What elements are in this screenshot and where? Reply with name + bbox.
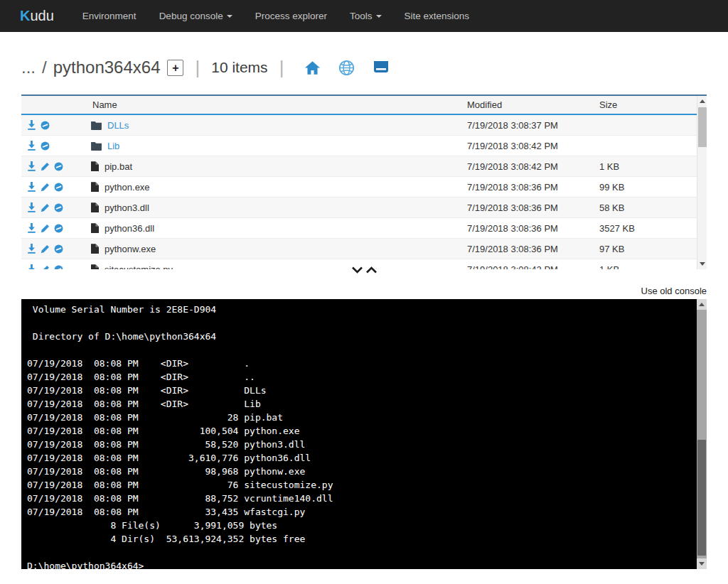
- console-resizer: [0, 264, 728, 276]
- folder-name-link[interactable]: DLLs: [107, 120, 129, 131]
- delete-icon[interactable]: [41, 121, 50, 130]
- chevron-down-icon[interactable]: [351, 266, 363, 274]
- scroll-up-icon[interactable]: [697, 96, 707, 107]
- file-browser-table: Name Modified Size DLLs 7/19/2018 3:08:3…: [21, 94, 707, 269]
- delete-icon[interactable]: [54, 162, 63, 171]
- top-navbar: Kudu Environment Debug console Process e…: [0, 0, 728, 32]
- download-zip-icon[interactable]: [373, 61, 389, 75]
- edit-icon[interactable]: [41, 183, 50, 192]
- size-cell: 58 KB: [599, 202, 695, 213]
- nav-label: Debug console: [159, 11, 223, 21]
- name-column-header: Name: [91, 99, 467, 110]
- file-table-body: DLLs 7/19/2018 3:08:37 PM Lib 7/19/2018 …: [21, 115, 707, 269]
- modified-column-header: Modified: [467, 99, 599, 110]
- edit-icon[interactable]: [41, 162, 50, 171]
- edit-icon[interactable]: [41, 244, 50, 254]
- divider: |: [195, 57, 200, 79]
- nav-label: Environment: [82, 11, 136, 21]
- table-row: DLLs 7/19/2018 3:08:37 PM: [21, 115, 707, 136]
- modified-cell: 7/19/2018 3:08:37 PM: [467, 120, 599, 131]
- modified-cell: 7/19/2018 3:08:42 PM: [467, 161, 599, 172]
- chevron-down-icon: [376, 15, 382, 18]
- table-row: python3.dll 7/19/2018 3:08:36 PM 58 KB: [21, 198, 707, 218]
- delete-icon[interactable]: [54, 244, 63, 254]
- console-output[interactable]: Volume Serial Number is 2E8E-D904 Direct…: [21, 299, 707, 569]
- modified-cell: 7/19/2018 3:08:42 PM: [467, 141, 599, 151]
- chevron-up-icon[interactable]: [365, 266, 378, 274]
- file-icon: [91, 202, 99, 212]
- breadcrumb-shortcuts: [305, 60, 389, 76]
- file-icon: [91, 244, 99, 254]
- row-actions: [21, 141, 91, 151]
- delete-icon[interactable]: [54, 183, 63, 192]
- name-cell: pip.bat: [91, 161, 467, 172]
- delete-icon[interactable]: [54, 224, 63, 233]
- download-icon[interactable]: [27, 161, 36, 171]
- file-name-text[interactable]: pythonw.exe: [105, 244, 156, 254]
- table-row: python36.dll 7/19/2018 3:08:36 PM 3527 K…: [21, 218, 707, 239]
- breadcrumb-up-link[interactable]: ...: [21, 58, 36, 77]
- nav-item-tools[interactable]: Tools: [338, 0, 393, 32]
- folder-icon: [91, 141, 102, 151]
- file-name-text[interactable]: pip.bat: [105, 161, 132, 172]
- chevron-down-icon: [227, 15, 232, 18]
- console-scrollbar-thumb[interactable]: [697, 440, 706, 556]
- download-icon[interactable]: [27, 182, 36, 192]
- home-icon[interactable]: [305, 61, 320, 75]
- download-icon[interactable]: [27, 141, 36, 151]
- download-icon[interactable]: [27, 120, 36, 130]
- table-row: python.exe 7/19/2018 3:08:36 PM 99 KB: [21, 177, 707, 198]
- kudu-logo[interactable]: Kudu: [20, 8, 54, 24]
- row-actions: [21, 202, 91, 212]
- file-name-text[interactable]: python36.dll: [105, 223, 154, 234]
- brand-k: K: [20, 8, 30, 23]
- brand-rest: udu: [30, 8, 53, 23]
- download-icon[interactable]: [27, 223, 36, 233]
- name-cell: DLLs: [91, 120, 467, 131]
- size-column-header: Size: [599, 99, 695, 110]
- row-actions: [21, 182, 91, 192]
- debug-console[interactable]: Volume Serial Number is 2E8E-D904 Direct…: [21, 299, 707, 569]
- edit-icon[interactable]: [41, 203, 50, 212]
- row-actions: [21, 244, 91, 254]
- new-item-button[interactable]: +: [167, 60, 183, 76]
- download-icon[interactable]: [27, 202, 36, 212]
- scroll-down-icon[interactable]: [697, 558, 707, 569]
- console-scrollbar[interactable]: [697, 299, 707, 569]
- modified-cell: 7/19/2018 3:08:36 PM: [467, 244, 599, 254]
- download-icon[interactable]: [27, 244, 36, 254]
- nav-item-site-extensions[interactable]: Site extensions: [393, 0, 481, 32]
- modified-cell: 7/19/2018 3:08:36 PM: [467, 223, 599, 234]
- delete-icon[interactable]: [54, 203, 63, 212]
- nav-item-environment[interactable]: Environment: [71, 0, 148, 32]
- file-icon: [91, 161, 99, 171]
- size-cell: 99 KB: [599, 182, 695, 193]
- edit-icon[interactable]: [41, 224, 50, 233]
- nav-item-process-explorer[interactable]: Process explorer: [244, 0, 338, 32]
- file-name-text[interactable]: python3.dll: [105, 202, 149, 213]
- divider: |: [279, 57, 284, 79]
- row-actions: [21, 161, 91, 171]
- table-scrollbar-thumb[interactable]: [698, 107, 707, 147]
- globe-icon[interactable]: [338, 60, 355, 76]
- size-cell: 3527 KB: [599, 223, 695, 234]
- modified-cell: 7/19/2018 3:08:36 PM: [467, 202, 599, 213]
- delete-icon[interactable]: [41, 141, 50, 151]
- file-icon: [91, 182, 99, 192]
- table-row: pythonw.exe 7/19/2018 3:08:36 PM 97 KB: [21, 239, 707, 259]
- nav-label: Process explorer: [255, 11, 327, 21]
- table-scrollbar[interactable]: [697, 96, 707, 269]
- folder-name-link[interactable]: Lib: [107, 141, 119, 151]
- file-name-text[interactable]: python.exe: [105, 182, 150, 193]
- item-count: 10 items: [211, 59, 267, 76]
- nav-item-debug-console[interactable]: Debug console: [148, 0, 244, 32]
- file-icon: [91, 223, 99, 233]
- name-cell: python.exe: [91, 182, 467, 193]
- name-cell: pythonw.exe: [91, 244, 467, 254]
- scroll-up-icon[interactable]: [697, 299, 707, 310]
- breadcrumb-current-folder: python364x64: [53, 58, 161, 77]
- use-old-console-link[interactable]: Use old console: [641, 286, 707, 296]
- size-cell: 97 KB: [599, 244, 695, 254]
- modified-cell: 7/19/2018 3:08:36 PM: [467, 182, 599, 193]
- row-actions: [21, 120, 91, 130]
